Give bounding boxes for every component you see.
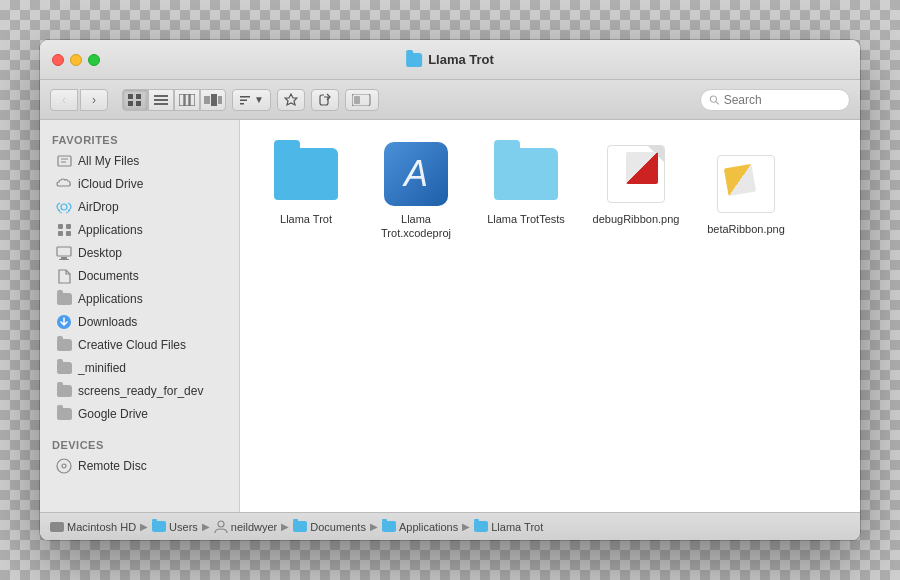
- svg-point-19: [710, 95, 716, 101]
- sidebar-label: All My Files: [78, 154, 139, 168]
- breadcrumb-item-hd[interactable]: Macintosh HD: [50, 521, 136, 533]
- sidebar-item-airdrop[interactable]: AirDrop: [44, 196, 235, 218]
- close-button[interactable]: [52, 54, 64, 66]
- sidebar-item-documents[interactable]: Documents: [44, 265, 235, 287]
- svg-point-33: [57, 459, 71, 473]
- sidebar-item-icloud-drive[interactable]: iCloud Drive: [44, 173, 235, 195]
- svg-rect-15: [240, 103, 244, 105]
- toolbar: ‹ › ▼: [40, 80, 860, 120]
- main-content: Favorites All My Files iCloud Drive AirD…: [40, 120, 860, 512]
- back-button[interactable]: ‹: [50, 89, 78, 111]
- svg-line-20: [716, 101, 719, 104]
- breadcrumb-label: neildwyer: [231, 521, 277, 533]
- sidebar-item-all-my-files[interactable]: All My Files: [44, 150, 235, 172]
- breadcrumb-item-users[interactable]: Users: [152, 521, 198, 533]
- file-name: Llama Trot: [280, 212, 332, 226]
- sidebar-item-downloads[interactable]: Downloads: [44, 311, 235, 333]
- finder-window: Llama Trot ‹ › ▼: [40, 40, 860, 540]
- sidebar-label: AirDrop: [78, 200, 119, 214]
- svg-rect-0: [128, 94, 133, 99]
- arrange-button[interactable]: ▼: [232, 89, 271, 111]
- svg-rect-30: [61, 257, 67, 259]
- sidebar-item-applications[interactable]: Applications: [44, 288, 235, 310]
- icon-view-button[interactable]: [122, 89, 148, 111]
- file-item-llama-trot-folder[interactable]: Llama Trot: [256, 136, 356, 247]
- breadcrumb-item-user[interactable]: neildwyer: [214, 520, 277, 534]
- title-folder-icon: [406, 53, 422, 67]
- search-icon: [709, 94, 720, 106]
- minified-folder-icon: [56, 360, 72, 376]
- window-title: Llama Trot: [406, 52, 494, 67]
- svg-rect-2: [128, 101, 133, 106]
- sidebar-item-minified[interactable]: _minified: [44, 357, 235, 379]
- devices-header: Devices: [40, 433, 239, 454]
- cloud-icon: [56, 176, 72, 192]
- svg-rect-29: [57, 247, 71, 256]
- sidebar-item-google-drive[interactable]: Google Drive: [44, 403, 235, 425]
- breadcrumb-arrow: ▶: [370, 521, 378, 532]
- breadcrumb-arrow: ▶: [140, 521, 148, 532]
- breadcrumb-label: Users: [169, 521, 198, 533]
- google-drive-folder-icon: [56, 406, 72, 422]
- sidebar-item-desktop[interactable]: Desktop: [44, 242, 235, 264]
- breadcrumb-item-applications[interactable]: Applications: [382, 521, 458, 533]
- search-bar[interactable]: [700, 89, 850, 111]
- sidebar-label: Google Drive: [78, 407, 148, 421]
- xcode-icon: [384, 142, 448, 206]
- title-bar: Llama Trot: [40, 40, 860, 80]
- svg-rect-12: [218, 96, 222, 104]
- svg-rect-13: [240, 96, 250, 98]
- user-icon: [214, 520, 228, 534]
- maximize-button[interactable]: [88, 54, 100, 66]
- sidebar-label: Applications: [78, 292, 143, 306]
- svg-rect-25: [58, 224, 63, 229]
- search-input[interactable]: [724, 93, 841, 107]
- file-item-llama-trot-tests[interactable]: Llama TrotTests: [476, 136, 576, 247]
- svg-rect-28: [66, 231, 71, 236]
- creative-cloud-folder-icon: [56, 337, 72, 353]
- breadcrumb-item-llama-trot[interactable]: Llama Trot: [474, 521, 543, 533]
- screens-folder-icon: [56, 383, 72, 399]
- favorites-header: Favorites: [40, 128, 239, 149]
- svg-point-34: [62, 464, 66, 468]
- sidebar-label: Applications: [78, 223, 143, 237]
- docs-icon: [56, 268, 72, 284]
- file-item-debug-ribbon[interactable]: debugRibbon.png: [586, 136, 686, 247]
- view-buttons: [122, 89, 226, 111]
- svg-rect-6: [154, 103, 168, 105]
- breadcrumb-item-documents[interactable]: Documents: [293, 521, 366, 533]
- breadcrumb-folder-icon: [152, 521, 166, 532]
- hd-icon: [50, 522, 64, 532]
- folder-blue-icon: [274, 142, 338, 206]
- folder-icon: [56, 291, 72, 307]
- file-item-beta-ribbon[interactable]: betaRibbon.png: [696, 146, 796, 242]
- downloads-icon: [56, 314, 72, 330]
- svg-rect-8: [185, 94, 189, 106]
- share-button[interactable]: [311, 89, 339, 111]
- navigation-buttons: ‹ ›: [50, 89, 108, 111]
- svg-point-24: [61, 204, 67, 210]
- sidebar-label: iCloud Drive: [78, 177, 143, 191]
- forward-button[interactable]: ›: [80, 89, 108, 111]
- svg-rect-31: [59, 259, 69, 260]
- png-debug-icon: [604, 142, 668, 206]
- breadcrumb-label: Llama Trot: [491, 521, 543, 533]
- file-name: debugRibbon.png: [593, 212, 680, 226]
- file-item-xcodeproj[interactable]: LlamaTrot.xcodeproj: [366, 136, 466, 247]
- files-icon: [56, 153, 72, 169]
- sidebar-item-applications-fav[interactable]: Applications: [44, 219, 235, 241]
- action-button[interactable]: [277, 89, 305, 111]
- svg-rect-7: [179, 94, 184, 106]
- svg-rect-3: [136, 101, 141, 106]
- svg-rect-21: [58, 156, 71, 166]
- sidebar-item-screens-ready[interactable]: screens_ready_for_dev: [44, 380, 235, 402]
- coverflow-view-button[interactable]: [200, 89, 226, 111]
- column-view-button[interactable]: [174, 89, 200, 111]
- sidebar-item-creative-cloud[interactable]: Creative Cloud Files: [44, 334, 235, 356]
- sidebar-item-remote-disc[interactable]: Remote Disc: [44, 455, 235, 477]
- window-resize-button[interactable]: [345, 89, 379, 111]
- sidebar-label: Creative Cloud Files: [78, 338, 186, 352]
- minimize-button[interactable]: [70, 54, 82, 66]
- list-view-button[interactable]: [148, 89, 174, 111]
- svg-rect-10: [204, 96, 210, 104]
